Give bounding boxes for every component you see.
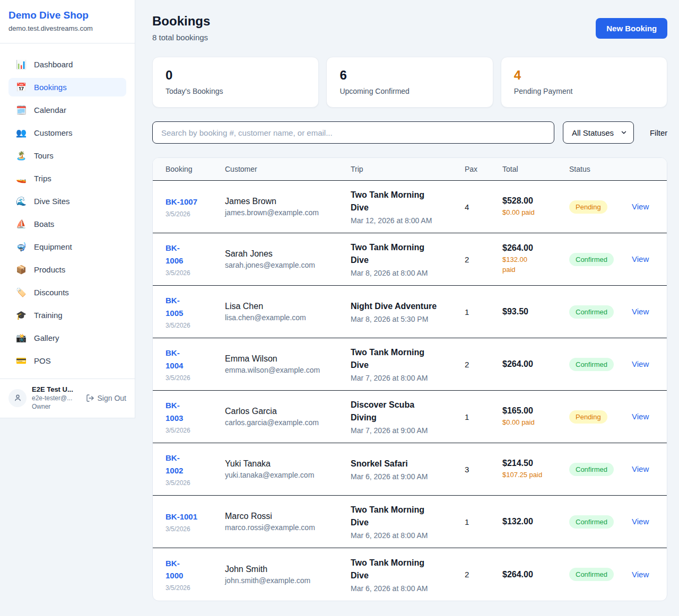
main-content: Bookings 8 total bookings New Booking 0T… <box>135 0 679 616</box>
bookings-icon: 📅 <box>16 82 27 92</box>
sidebar-item-bookings[interactable]: 📅Bookings <box>8 78 126 96</box>
stat-card: 0Today's Bookings <box>152 57 319 108</box>
customer-name: Marco Rossi <box>225 512 345 521</box>
pax-count: 2 <box>465 360 502 369</box>
action-cell: View <box>632 570 654 579</box>
booking-cell: BK-10033/5/2026 <box>166 399 225 434</box>
sign-out-icon <box>86 394 94 402</box>
table-row: BK-10053/5/2026Lisa Chenlisa.chen@exampl… <box>153 286 667 338</box>
customer-email: james.brown@example.com <box>225 208 345 217</box>
filter-button[interactable]: Filter <box>650 128 667 137</box>
trip-cell: Snorkel SafariMar 6, 2026 at 9:00 AM <box>351 457 465 481</box>
sidebar-item-training[interactable]: 🎓Training <box>8 306 126 324</box>
table-row: BK-10063/5/2026Sarah Jonessarah.jones@ex… <box>153 233 667 286</box>
trip-name: Two Tank MorningDive <box>351 557 459 582</box>
trip-name: Snorkel Safari <box>351 457 459 470</box>
sidebar-item-equipment[interactable]: 🤿Equipment <box>8 237 126 256</box>
view-link[interactable]: View <box>632 464 649 473</box>
total-cell: $214.50$107.25 paid <box>502 459 569 480</box>
shop-name: Demo Dive Shop <box>8 10 126 21</box>
total-cell: $264.00 <box>502 359 569 369</box>
total-amount: $264.00 <box>502 243 564 253</box>
booking-cell: BK-10063/5/2026 <box>166 242 225 277</box>
status-cell: Confirmed <box>569 515 632 529</box>
booking-link[interactable]: BK-1007 <box>166 196 197 208</box>
status-cell: Confirmed <box>569 253 632 266</box>
booking-link[interactable]: BK-1001 <box>166 511 197 523</box>
pax-count: 1 <box>465 412 502 421</box>
trip-name: Two Tank MorningDive <box>351 241 459 267</box>
stats-cards: 0Today's Bookings6Upcoming Confirmed4Pen… <box>152 57 667 108</box>
status-cell: Confirmed <box>569 305 632 319</box>
view-link[interactable]: View <box>632 570 649 579</box>
view-link[interactable]: View <box>632 202 649 211</box>
status-badge: Confirmed <box>569 305 614 319</box>
total-cell: $93.50 <box>502 307 569 316</box>
trip-name: Discover ScubaDiving <box>351 399 459 424</box>
total-cell: $264.00 <box>502 570 569 579</box>
sidebar-item-pos[interactable]: 💳POS <box>8 351 126 370</box>
view-link[interactable]: View <box>632 307 649 316</box>
trip-cell: Discover ScubaDivingMar 7, 2026 at 9:00 … <box>351 399 465 435</box>
view-link[interactable]: View <box>632 254 649 263</box>
status-filter: All Statuses <box>563 121 634 144</box>
bookings-table: BookingCustomerTripPaxTotalStatus BK-100… <box>152 157 667 601</box>
trip-name: Two Tank MorningDive <box>351 346 459 372</box>
user-role: Owner <box>32 403 81 410</box>
booking-cell: BK-10043/5/2026 <box>166 347 225 382</box>
booking-link[interactable]: BK-1003 <box>166 399 183 424</box>
sign-out-button[interactable]: Sign Out <box>86 394 126 402</box>
booking-cell: BK-10003/5/2026 <box>166 557 225 592</box>
total-cell: $528.00$0.00 paid <box>502 196 569 218</box>
booking-link[interactable]: BK-1006 <box>166 242 183 267</box>
table-row: BK-10013/5/2026Marco Rossimarco.rossi@ex… <box>153 496 667 548</box>
search-input[interactable] <box>152 121 554 144</box>
action-cell: View <box>632 307 654 316</box>
view-link[interactable]: View <box>632 517 649 526</box>
total-amount: $132.00 <box>502 517 564 526</box>
booking-link[interactable]: BK-1000 <box>166 557 183 582</box>
trips-icon: 🚤 <box>16 173 27 183</box>
table-header: BookingCustomerTripPaxTotalStatus <box>153 158 667 181</box>
trip-datetime: Mar 7, 2026 at 8:00 AM <box>351 374 459 382</box>
view-link[interactable]: View <box>632 359 649 368</box>
stat-value: 0 <box>166 68 306 83</box>
total-amount: $528.00 <box>502 196 564 206</box>
stat-value: 6 <box>340 68 480 83</box>
new-booking-button[interactable]: New Booking <box>596 18 667 39</box>
sidebar-item-products[interactable]: 📦Products <box>8 260 126 279</box>
paid-amount: $0.00 paid <box>502 418 564 428</box>
sidebar-item-gallery[interactable]: 📸Gallery <box>8 329 126 347</box>
table-body: BK-10073/5/2026James Brownjames.brown@ex… <box>153 181 667 601</box>
customer-name: Yuki Tanaka <box>225 459 345 469</box>
sidebar-item-tours[interactable]: 🏝️Tours <box>8 146 126 165</box>
sidebar-item-dive-sites[interactable]: 🌊Dive Sites <box>8 192 126 210</box>
status-badge: Confirmed <box>569 463 614 476</box>
column-header: Customer <box>225 158 351 180</box>
trip-datetime: Mar 8, 2026 at 8:00 AM <box>351 269 459 277</box>
dashboard-icon: 📊 <box>16 59 27 69</box>
customer-name: Emma Wilson <box>225 354 345 364</box>
booking-link[interactable]: BK-1005 <box>166 294 183 319</box>
sidebar-item-label: Bookings <box>34 83 67 92</box>
sidebar-item-discounts[interactable]: 🏷️Discounts <box>8 283 126 302</box>
user-name: E2E Test U... <box>32 385 81 393</box>
view-link[interactable]: View <box>632 412 649 421</box>
booking-link[interactable]: BK-1004 <box>166 347 183 372</box>
booking-link[interactable]: BK-1002 <box>166 452 183 477</box>
action-cell: View <box>632 464 654 474</box>
sidebar-item-calendar[interactable]: 🗓️Calendar <box>8 101 126 119</box>
stat-value: 4 <box>514 68 654 83</box>
booking-date: 3/5/2026 <box>166 525 220 533</box>
column-header: Total <box>502 158 569 180</box>
page-subtitle: 8 total bookings <box>152 33 210 42</box>
sidebar-item-customers[interactable]: 👥Customers <box>8 124 126 142</box>
customer-name: John Smith <box>225 565 345 574</box>
sidebar-item-dashboard[interactable]: 📊Dashboard <box>8 55 126 74</box>
page-title: Bookings <box>152 14 210 29</box>
status-select[interactable]: All Statuses <box>563 121 634 144</box>
sidebar-item-trips[interactable]: 🚤Trips <box>8 169 126 188</box>
table-row: BK-10003/5/2026John Smithjohn.smith@exam… <box>153 548 667 601</box>
sidebar-item-boats[interactable]: ⛵Boats <box>8 215 126 233</box>
stat-card: 6Upcoming Confirmed <box>326 57 493 108</box>
